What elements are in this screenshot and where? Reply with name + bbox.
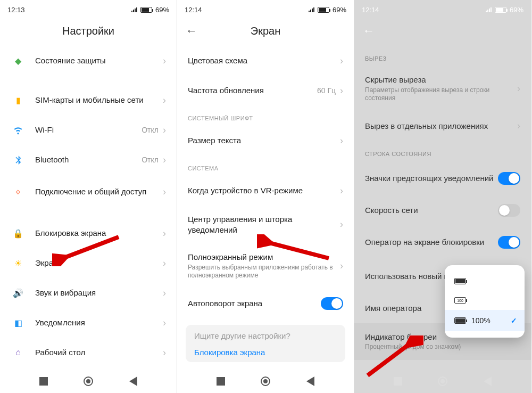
row-home[interactable]: ⌂ Рабочий стол xyxy=(0,338,177,367)
row-display[interactable]: ☀ Экран xyxy=(0,248,177,278)
battery-percent: 69% xyxy=(332,6,346,14)
share-icon: ⟐ xyxy=(11,184,26,199)
header: ← xyxy=(354,16,531,46)
section-cutout: ВЫРЕЗ xyxy=(354,46,531,66)
row-label: Wi-Fi xyxy=(35,125,142,135)
autorotate-toggle[interactable] xyxy=(321,297,343,310)
navigation-bar xyxy=(354,370,531,393)
chevron-icon xyxy=(163,95,166,106)
search-suggestion-link[interactable]: Блокировка экрана xyxy=(194,348,337,357)
row-wifi[interactable]: Wi-Fi Откл xyxy=(0,115,177,145)
row-label: Экран xyxy=(35,258,163,268)
row-lockscreen[interactable]: 🔒 Блокировка экрана xyxy=(0,218,177,248)
row-notifications[interactable]: ◧ Уведомления xyxy=(0,308,177,338)
header: Настройки xyxy=(0,16,177,46)
status-time: 12:14 xyxy=(362,6,379,14)
row-label: Цветовая схема xyxy=(188,55,340,66)
row-sublabel: Параметры отображения выреза и строки со… xyxy=(365,86,517,103)
row-color-scheme[interactable]: Цветовая схема xyxy=(177,46,354,76)
row-label: Оператор на экране блокировки xyxy=(365,237,498,248)
nav-home-button[interactable] xyxy=(261,376,270,386)
chevron-icon xyxy=(517,83,520,94)
settings-list: ◆ Состояние защиты ▮ SIM-карты и мобильн… xyxy=(0,46,177,370)
display-list: Цветовая схема Частота обновления 60 Гц … xyxy=(177,46,354,370)
chevron-icon xyxy=(340,135,343,146)
battery-percent: 69% xyxy=(155,6,169,14)
back-button[interactable]: ← xyxy=(186,24,197,38)
shield-icon: ◆ xyxy=(11,53,26,68)
row-label: Bluetooth xyxy=(35,154,142,165)
lock-icon: 🔒 xyxy=(11,226,26,241)
row-label: Центр управления и шторка уведомлений xyxy=(188,214,340,235)
page-title: Настройки xyxy=(62,25,114,37)
row-control-center[interactable]: Центр управления и шторка уведомлений xyxy=(177,206,354,243)
popup-option-graphical[interactable] xyxy=(445,272,525,291)
nav-back-button[interactable] xyxy=(306,376,314,386)
battery-full-icon xyxy=(454,317,466,324)
chevron-icon xyxy=(163,186,166,198)
row-label: Автоповорот экрана xyxy=(188,298,321,309)
navigation-bar xyxy=(177,370,354,393)
row-sound[interactable]: 🔊 Звук и вибрация xyxy=(0,278,177,308)
row-wallpaper[interactable]: ✿ Обои xyxy=(0,367,177,370)
chevron-icon xyxy=(163,258,166,269)
nav-home-button[interactable] xyxy=(84,376,93,386)
nav-recent-button[interactable] xyxy=(394,377,402,386)
row-security-status[interactable]: ◆ Состояние защиты xyxy=(0,46,177,76)
nav-back-button[interactable] xyxy=(129,376,137,386)
back-button[interactable]: ← xyxy=(363,24,375,38)
carrier-lockscreen-toggle[interactable] xyxy=(498,236,520,249)
row-label: Блокировка экрана xyxy=(35,228,163,239)
navigation-bar xyxy=(0,370,177,393)
row-fullscreen[interactable]: Полноэкранный режим Разрешить выбранным … xyxy=(177,243,354,289)
header: ← Экран xyxy=(177,16,354,46)
chevron-icon xyxy=(340,219,343,230)
row-bluetooth[interactable]: Bluetooth Откл xyxy=(0,145,177,175)
row-autorotate[interactable]: Автоповорот экрана xyxy=(177,289,354,318)
row-vr-mode[interactable]: Когда устройство в VR-режиме xyxy=(177,176,354,206)
battery-icon xyxy=(495,7,506,13)
notifications-icon: ◧ xyxy=(11,315,26,330)
row-hide-cutout[interactable]: Скрытие выреза Параметры отображения выр… xyxy=(354,66,531,111)
display-icon: ☀ xyxy=(11,256,26,271)
notification-icons-toggle[interactable] xyxy=(498,172,520,185)
row-value: 60 Гц xyxy=(317,86,336,95)
screen-statusbar-settings: 12:14 69% ← ВЫРЕЗ Скрытие выреза Парамет… xyxy=(354,0,531,393)
row-sim-networks[interactable]: ▮ SIM-карты и мобильные сети xyxy=(0,85,177,115)
row-sublabel: Процентный (рядом со значком) xyxy=(365,343,520,351)
row-label: Рабочий стол xyxy=(35,347,163,358)
row-cutout-apps[interactable]: Вырез в отдельных приложениях xyxy=(354,111,531,141)
nav-recent-button[interactable] xyxy=(217,377,225,386)
row-label: Звук и вибрация xyxy=(35,288,163,298)
network-speed-toggle[interactable] xyxy=(498,204,520,217)
chevron-icon xyxy=(340,185,343,196)
row-label: Когда устройство в VR-режиме xyxy=(188,185,340,196)
popup-option-percent[interactable]: 100% ✓ xyxy=(445,310,525,331)
search-suggestion-box[interactable]: Ищите другие настройки? Блокировка экран… xyxy=(186,325,345,362)
section-system: СИСТЕМА xyxy=(177,155,354,176)
row-sublabel: Разрешить выбранным приложениям работать… xyxy=(188,264,340,280)
status-time: 12:14 xyxy=(185,6,202,14)
row-refresh-rate[interactable]: Частота обновления 60 Гц xyxy=(177,76,354,105)
popup-option-inside[interactable]: 100 xyxy=(445,291,525,310)
chevron-icon xyxy=(163,154,166,166)
battery-inside-icon: 100 xyxy=(454,297,466,304)
nav-recent-button[interactable] xyxy=(39,377,48,386)
row-text-size[interactable]: Размер текста xyxy=(177,126,354,155)
row-label: Вырез в отдельных приложениях xyxy=(365,121,517,132)
nav-home-button[interactable] xyxy=(438,376,447,386)
row-label: Значки предстоящих уведомлений xyxy=(365,173,498,184)
chevron-icon xyxy=(163,288,166,299)
row-carrier-lockscreen[interactable]: Оператор на экране блокировки xyxy=(354,225,531,259)
row-connection-sharing[interactable]: ⟐ Подключение и общий доступ xyxy=(0,175,177,209)
search-placeholder: Ищите другие настройки? xyxy=(194,331,337,340)
battery-percent: 69% xyxy=(510,6,523,14)
home-icon: ⌂ xyxy=(11,345,26,360)
row-notification-icons[interactable]: Значки предстоящих уведомлений xyxy=(354,161,531,195)
status-time: 12:13 xyxy=(7,6,25,14)
row-network-speed[interactable]: Скорость сети xyxy=(354,195,531,225)
nav-back-button[interactable] xyxy=(484,376,492,386)
status-bar: 12:14 69% xyxy=(354,0,531,16)
status-bar: 12:14 69% xyxy=(177,0,354,16)
screen-display-settings: 12:14 69% ← Экран Цветовая схема Частота… xyxy=(177,0,354,393)
